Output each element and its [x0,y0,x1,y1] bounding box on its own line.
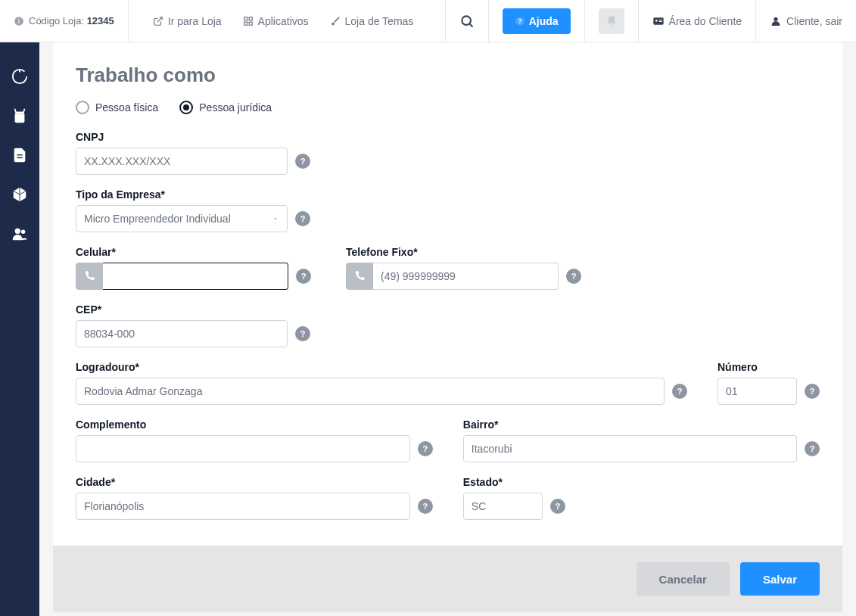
svg-rect-18 [17,157,22,158]
svg-rect-2 [18,18,19,19]
search-button[interactable] [445,0,489,42]
svg-rect-17 [17,154,22,155]
landline-input[interactable] [373,263,559,290]
radio-pf-label: Pessoa física [95,101,158,114]
svg-point-19 [15,229,20,234]
svg-rect-14 [658,20,661,20]
logout-link[interactable]: Cliente, sair [756,0,856,42]
store-code: Código Loja: 12345 [0,0,129,42]
svg-rect-1 [18,20,19,23]
company-type-value: Micro Empreendedor Individual [84,213,231,225]
svg-point-8 [462,16,471,25]
cnpj-label: CNPJ [76,131,820,143]
radio-pessoa-juridica[interactable]: Pessoa jurídica [179,101,272,114]
svg-rect-7 [249,22,252,25]
svg-rect-5 [249,17,252,20]
help-icon[interactable]: ? [295,211,310,226]
info-icon [14,16,24,26]
district-input[interactable] [463,435,797,462]
landline-label: Telefone Fixo* [346,246,581,258]
apps-label: Aplicativos [258,15,309,27]
phone-icon [76,263,103,290]
help-label: Ajuda [529,15,559,27]
help-icon[interactable]: ? [295,326,310,341]
svg-line-9 [470,23,473,26]
client-area-label: Área do Cliente [669,15,742,27]
sidebar-item-customers[interactable] [11,226,28,242]
city-label: Cidade* [76,476,433,488]
bell-icon [605,15,618,27]
state-input[interactable] [463,493,543,520]
cep-label: CEP* [76,303,820,316]
store-code-value: 12345 [87,15,114,26]
help-icon[interactable]: ? [550,499,565,514]
complement-label: Complemento [76,418,433,431]
phone-icon [346,263,373,290]
company-type-select[interactable]: Micro Empreendedor Individual [76,205,288,232]
user-icon [770,15,782,27]
client-area-link[interactable]: Área do Cliente [639,0,757,42]
company-type-label: Tipo da Empresa* [76,188,820,201]
sidebar [0,42,39,616]
sidebar-item-dashboard[interactable] [11,68,28,85]
help-button[interactable]: ? Ajuda [503,8,571,34]
cep-input[interactable] [76,320,288,347]
radio-icon [76,101,89,114]
state-label: Estado* [463,476,565,488]
svg-rect-6 [244,22,247,25]
question-icon: ? [515,16,525,26]
number-input[interactable] [717,378,797,405]
district-label: Bairro* [463,418,820,431]
sidebar-item-products[interactable] [11,186,28,203]
help-icon[interactable]: ? [418,499,433,514]
help-icon[interactable]: ? [566,269,581,284]
number-label: Número [717,361,820,373]
cnpj-input[interactable] [76,148,288,175]
svg-rect-12 [653,17,663,24]
chevron-down-icon [272,215,279,222]
logout-label: Cliente, sair [786,15,842,27]
radio-icon-selected [179,101,193,114]
sidebar-item-docs[interactable] [11,147,28,163]
store-code-label: Código Loja: [29,15,84,26]
page-title: Trabalho como [76,64,820,87]
notifications-button[interactable] [599,8,624,34]
cancel-button[interactable]: Cancelar [637,562,730,596]
go-to-store-label: Ir para Loja [168,15,222,27]
action-footer: Cancelar Salvar [53,546,842,612]
brush-icon [330,16,341,26]
theme-store-label: Loja de Temas [345,15,414,27]
help-icon[interactable]: ? [295,154,310,169]
help-icon[interactable]: ? [418,441,433,456]
save-button[interactable]: Salvar [740,562,820,596]
external-link-icon [153,16,163,26]
complement-input[interactable] [76,435,410,462]
cellphone-input[interactable] [103,263,288,290]
svg-point-13 [655,20,658,22]
svg-point-16 [774,17,777,20]
sidebar-item-orders[interactable] [11,107,28,124]
theme-store-link[interactable]: Loja de Temas [319,15,425,27]
cellphone-label: Celular* [76,246,311,258]
city-input[interactable] [76,493,410,520]
svg-rect-4 [244,17,247,20]
grid-icon [243,16,254,26]
apps-link[interactable]: Aplicativos [232,15,319,27]
svg-line-3 [157,17,162,21]
svg-text:?: ? [518,17,521,24]
help-icon[interactable]: ? [672,384,687,399]
radio-pessoa-fisica[interactable]: Pessoa física [76,101,158,114]
svg-point-20 [21,230,26,235]
search-icon [459,14,475,29]
help-icon[interactable]: ? [296,269,311,284]
go-to-store-link[interactable]: Ir para Loja [142,15,232,27]
radio-pj-label: Pessoa jurídica [199,101,272,114]
svg-rect-15 [658,21,661,22]
help-icon[interactable]: ? [805,441,820,456]
street-label: Logradouro* [76,361,687,373]
street-input[interactable] [76,378,665,405]
id-card-icon [652,15,665,27]
help-icon[interactable]: ? [805,384,820,399]
